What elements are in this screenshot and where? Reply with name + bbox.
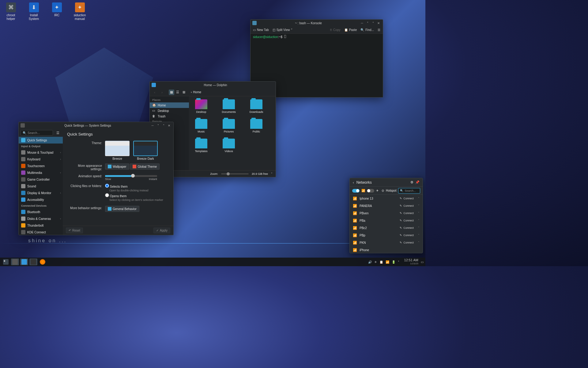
wifi-icon: 📶 — [361, 189, 365, 192]
networks-back[interactable]: ‹ — [353, 181, 354, 184]
volume-icon[interactable]: 🔊 — [368, 260, 372, 264]
networks-panel: ‹ Networks ⚙ 📌 📶 ✈ ⊙ Hotspot 🔍 Search...… — [349, 178, 423, 253]
clock[interactable]: 12:51 AM 1/23/25 — [404, 259, 418, 265]
desktop-icon-chroot[interactable]: ⌘chroot helper — [2, 2, 19, 21]
wallpaper-button[interactable]: Wallpaper — [105, 163, 129, 170]
networks-settings-icon[interactable]: ⚙ — [410, 180, 413, 184]
close-button[interactable]: ✕ — [167, 123, 172, 128]
sidebar-accessibility[interactable]: Accessibility — [19, 196, 63, 203]
radio-selects[interactable]: Selects them — [105, 184, 169, 188]
maximize-button[interactable]: ˄ — [161, 123, 166, 128]
airplane-icon: ✈ — [376, 189, 379, 192]
task-dolphin[interactable] — [20, 259, 28, 265]
breadcrumb[interactable]: › Home — [191, 90, 201, 94]
folder-pictures[interactable]: Pictures — [220, 119, 238, 133]
task-settings[interactable] — [11, 259, 19, 265]
settings-menu[interactable]: ☰ — [55, 130, 61, 136]
sidebar-trash[interactable]: 🗑Trash — [150, 113, 189, 119]
minimize-button[interactable]: ─ — [360, 21, 364, 25]
networks-pin-icon[interactable]: 📌 — [415, 180, 420, 184]
sidebar-bluetooth[interactable]: Bluetooth — [19, 209, 63, 215]
sidebar-mouse[interactable]: Mouse & Touchpad› — [19, 149, 63, 156]
folder-downloads[interactable]: Downloads — [247, 99, 266, 113]
wifi-toggle[interactable] — [352, 189, 360, 193]
network-item[interactable]: 📶PBp✎ Connect˅ — [350, 232, 423, 239]
folder-templates[interactable]: Templates — [192, 139, 210, 153]
close-button[interactable]: ✕ — [376, 21, 381, 25]
sidebar-multimedia[interactable]: Multimedia› — [19, 169, 63, 176]
new-tab-button[interactable]: ▭ New Tab — [253, 28, 269, 32]
anim-label: Animation speed: — [67, 174, 105, 178]
networks-search[interactable]: 🔍 Search... — [398, 188, 420, 194]
general-behavior-button[interactable]: General Behavior — [105, 206, 139, 212]
battery-icon[interactable]: 🔋 — [392, 260, 395, 264]
paste-button[interactable]: 📋 Paste — [344, 28, 357, 32]
sidebar-thunderbolt[interactable]: Thunderbolt — [19, 222, 63, 229]
sidebar-kde-connect[interactable]: KDE Connect — [19, 229, 63, 235]
tray-expand[interactable]: ˅ — [398, 260, 399, 264]
sidebar-quick-settings[interactable]: Quick Settings — [19, 137, 63, 144]
sidebar-keyboard[interactable]: Keyboard› — [19, 156, 63, 163]
folder-music[interactable]: Music — [192, 119, 210, 133]
minimize-button[interactable]: ─ — [150, 123, 155, 128]
sidebar-display[interactable]: Display & Monitor› — [19, 190, 63, 196]
folder-desktop[interactable]: Desktop — [192, 99, 210, 113]
desktop-icon-irc[interactable]: ✦IRC — [48, 2, 65, 21]
network-item[interactable]: 📶Iphone 13✎ Connect˅ — [350, 195, 423, 202]
icon-view-button[interactable]: ▦ — [169, 90, 174, 95]
folder-public[interactable]: Public — [247, 119, 266, 133]
desktop-icon-manual[interactable]: ✦siduction manual — [71, 2, 88, 21]
network-tray-icon[interactable]: 📶 — [386, 260, 389, 264]
copy-button[interactable]: ⎘ Copy — [330, 28, 340, 32]
show-desktop[interactable]: ▭ — [421, 260, 424, 264]
network-item[interactable]: 📶PBven✎ Connect˅ — [350, 209, 423, 217]
folder-documents[interactable]: Documents — [220, 99, 238, 113]
zoom-slider[interactable] — [221, 173, 249, 174]
theme-breeze-dark[interactable]: Breeze Dark — [133, 141, 158, 160]
sidebar-desktop[interactable]: ▭Desktop — [150, 108, 189, 113]
konsole-titlebar[interactable]: ~ : bash — Konsole ─ ˅ ˄ ✕ — [251, 20, 383, 26]
network-item[interactable]: 📶PBa✎ Connect˅ — [350, 217, 423, 224]
global-theme-button[interactable]: Global Theme — [130, 163, 160, 170]
brightness-icon[interactable]: ☀ — [374, 260, 377, 264]
maximize-button[interactable]: ˄ — [371, 21, 375, 25]
radio-opens[interactable]: Opens them — [105, 193, 169, 198]
reset-button[interactable]: ↶ Reset — [66, 228, 83, 233]
split-view-button[interactable]: ◫ Split View ˅ — [273, 28, 293, 32]
settings-search[interactable]: 🔍 Search... — [21, 130, 53, 136]
menu-button[interactable]: ☰ — [378, 28, 380, 32]
find-button[interactable]: 🔍 Find... — [360, 28, 374, 32]
sidebar-touchscreen[interactable]: Touchscreen — [19, 163, 63, 169]
sidebar-home[interactable]: 🏠Home — [150, 102, 189, 108]
airplane-toggle[interactable] — [367, 189, 374, 193]
sidebar-game[interactable]: Game Controller — [19, 176, 63, 183]
dropdown-button[interactable]: ˅ — [156, 123, 160, 128]
back-button[interactable]: ‹ — [152, 89, 158, 95]
theme-breeze[interactable]: Breeze — [105, 141, 130, 160]
task-konsole[interactable] — [29, 259, 37, 265]
desktop-icon-install[interactable]: ⬇Install System — [25, 2, 42, 21]
task-firefox[interactable] — [39, 259, 47, 265]
dolphin-titlebar[interactable]: Home — Dolphin — [150, 82, 276, 88]
folder-videos[interactable]: Videos — [220, 139, 238, 153]
list-view-button[interactable]: ☰ — [175, 90, 180, 95]
animation-slider[interactable] — [105, 175, 157, 177]
network-item[interactable]: 📶PBc2✎ Connect˅ — [350, 224, 423, 232]
appearance-label: More appearance settings: — [67, 163, 105, 171]
tree-view-button[interactable]: ⊞ — [181, 90, 187, 95]
chevron-down-icon[interactable]: ˅ — [271, 172, 273, 175]
settings-titlebar[interactable]: Quick Settings — System Settings ─ ˅ ˄ ✕ — [19, 122, 173, 129]
network-item[interactable]: 📶PANERA✎ Connect˅ — [350, 202, 423, 209]
network-item[interactable]: 📶PKN✎ Connect˅ — [350, 239, 423, 246]
apply-button[interactable]: ✓ Apply — [153, 228, 170, 233]
app-launcher[interactable]: ✦ — [2, 259, 10, 265]
zoom-label: Zoom: — [210, 172, 218, 175]
forward-button[interactable]: › — [159, 89, 165, 95]
clipboard-icon[interactable]: 📋 — [379, 260, 383, 264]
dropdown-button[interactable]: ˅ — [365, 21, 370, 25]
sidebar-disks[interactable]: Disks & Cameras› — [19, 215, 63, 222]
network-item[interactable]: 📶iPhone — [350, 246, 423, 253]
hotspot-label[interactable]: Hotspot — [386, 189, 396, 192]
file-grid: Desktop Documents Downloads Music Pictur… — [189, 96, 276, 170]
sidebar-sound[interactable]: Sound — [19, 183, 63, 190]
